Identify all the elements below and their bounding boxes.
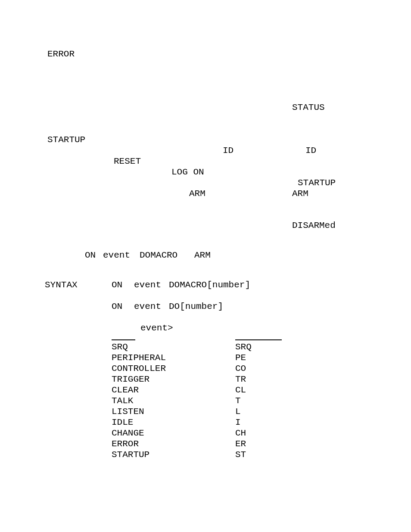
table-cell-name: LISTEN xyxy=(112,406,144,417)
token-event-3: event xyxy=(134,301,161,312)
token-startup-2: STARTUP xyxy=(298,177,336,188)
token-domacro-1: DOMACRO xyxy=(140,250,177,261)
table-cell-name: PERIPHERAL xyxy=(112,352,166,363)
table-cell-abbrev: PE xyxy=(235,352,246,363)
table-cell-abbrev: SRQ xyxy=(235,342,252,352)
token-event-gt: event> xyxy=(140,323,173,333)
table-cell-abbrev: ST xyxy=(235,449,246,460)
table-cell-abbrev: T xyxy=(235,395,241,406)
token-id-2: ID xyxy=(305,145,316,156)
token-reset: RESET xyxy=(114,156,141,167)
table-cell-name: SRQ xyxy=(112,342,128,352)
underline-col1 xyxy=(112,339,135,340)
table-cell-abbrev: ER xyxy=(235,439,246,449)
token-arm-1: ARM xyxy=(189,188,206,199)
token-logon: LOG ON xyxy=(171,167,204,177)
table-cell-name: TRIGGER xyxy=(112,374,149,385)
table-cell-name: TALK xyxy=(112,395,133,406)
table-cell-name: CHANGE xyxy=(112,428,144,439)
table-cell-name: IDLE xyxy=(112,417,133,428)
token-disarmed: DISARMed xyxy=(292,220,336,231)
token-domacro-number: DOMACRO[number] xyxy=(169,280,250,290)
token-id-1: ID xyxy=(223,145,234,156)
label-syntax: SYNTAX xyxy=(45,280,78,290)
table-cell-abbrev: CO xyxy=(235,363,246,374)
token-event-1: event xyxy=(103,250,130,261)
token-on-1: ON xyxy=(85,250,96,261)
table-cell-name: CLEAR xyxy=(112,385,139,395)
table-cell-abbrev: I xyxy=(235,417,241,428)
token-do-number: DO[number] xyxy=(169,301,223,312)
token-on-3: ON xyxy=(112,301,122,312)
table-cell-name: STARTUP xyxy=(112,449,149,460)
table-cell-abbrev: TR xyxy=(235,374,246,385)
table-cell-name: ERROR xyxy=(112,439,139,449)
table-cell-abbrev: L xyxy=(235,406,241,417)
token-status: STATUS xyxy=(292,102,325,113)
token-on-2: ON xyxy=(112,280,122,290)
token-startup-1: STARTUP xyxy=(47,134,85,145)
table-cell-name: CONTROLLER xyxy=(112,363,166,374)
token-event-2: event xyxy=(134,280,161,290)
token-arm-3: ARM xyxy=(194,250,211,261)
table-cell-abbrev: CL xyxy=(235,385,246,395)
table-cell-abbrev: CH xyxy=(235,428,246,439)
underline-col2 xyxy=(235,339,282,340)
token-error: ERROR xyxy=(47,49,75,59)
token-arm-2: ARM xyxy=(292,188,308,199)
